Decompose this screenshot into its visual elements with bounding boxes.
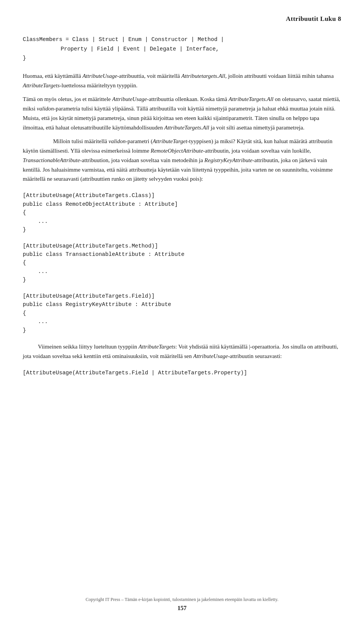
final-code-content: [AttributeUsage(AttributeTargets.Field |… <box>23 369 341 377</box>
final-code-line: [AttributeUsage(AttributeTargets.Field |… <box>23 369 341 377</box>
code-block-2: [AttributeUsage(AttributeTargets.Method)… <box>23 242 341 284</box>
code1-line4: ... <box>38 217 341 226</box>
page-footer: Copyright IT Press – Tämän e-kirjan kopi… <box>0 597 364 612</box>
paragraph-last: Viimeinen seikka liittyy lueteltuun tyyp… <box>23 342 341 361</box>
code2-line4: ... <box>38 267 341 276</box>
code2-line1: [AttributeUsage(AttributeTargets.Method)… <box>23 242 341 250</box>
code1-line5: } <box>23 226 341 234</box>
code-line-3: } <box>23 54 341 63</box>
code1-line2: public class RemoteObjectAttribute : Att… <box>23 200 341 208</box>
code3-line3: { <box>23 309 341 317</box>
code3-line5: } <box>23 326 341 334</box>
page-header: Attribuutit Luku 8 <box>23 15 341 23</box>
paragraph-2: Tämä on myös oletus, jos et määrittele A… <box>23 95 341 132</box>
page-container: Attribuutit Luku 8 ClassMembers = Class … <box>0 0 364 623</box>
code-line-1: ClassMembers = Class | Struct | Enum | C… <box>23 35 341 44</box>
header-title: Attribuutit Luku 8 <box>286 15 341 22</box>
code-block-1-content: [AttributeUsage(AttributeTargets.Class)]… <box>23 191 341 234</box>
code1-line3: { <box>23 208 341 217</box>
code-block-1: [AttributeUsage(AttributeTargets.Class)]… <box>23 191 341 234</box>
paragraph-3: Milloin tulisi määritellä validon-parame… <box>23 137 341 184</box>
code2-line5: } <box>23 276 341 284</box>
code1-line1: [AttributeUsage(AttributeTargets.Class)] <box>23 191 341 200</box>
copyright-text: Copyright IT Press – Tämän e-kirjan kopi… <box>0 597 364 602</box>
code3-line2: public class RegistryKeyAttribute : Attr… <box>23 300 341 309</box>
code-block-3: [AttributeUsage(AttributeTargets.Field)]… <box>23 292 341 334</box>
code3-line1: [AttributeUsage(AttributeTargets.Field)] <box>23 292 341 300</box>
code2-line2: public class TransactionableAttribute : … <box>23 250 341 259</box>
code-block-2-content: [AttributeUsage(AttributeTargets.Method)… <box>23 242 341 284</box>
top-code-block: ClassMembers = Class | Struct | Enum | C… <box>23 35 341 63</box>
final-code-block: [AttributeUsage(AttributeTargets.Field |… <box>23 369 341 377</box>
code-block-3-content: [AttributeUsage(AttributeTargets.Field)]… <box>23 292 341 334</box>
paragraph-1: Huomaa, että käyttämällä AttributeUsage-… <box>23 71 341 90</box>
code2-line3: { <box>23 259 341 267</box>
code3-line4: ... <box>38 317 341 326</box>
page-number: 157 <box>0 605 364 612</box>
code-line-2: Property | Field | Event | Delegate | In… <box>61 44 341 54</box>
